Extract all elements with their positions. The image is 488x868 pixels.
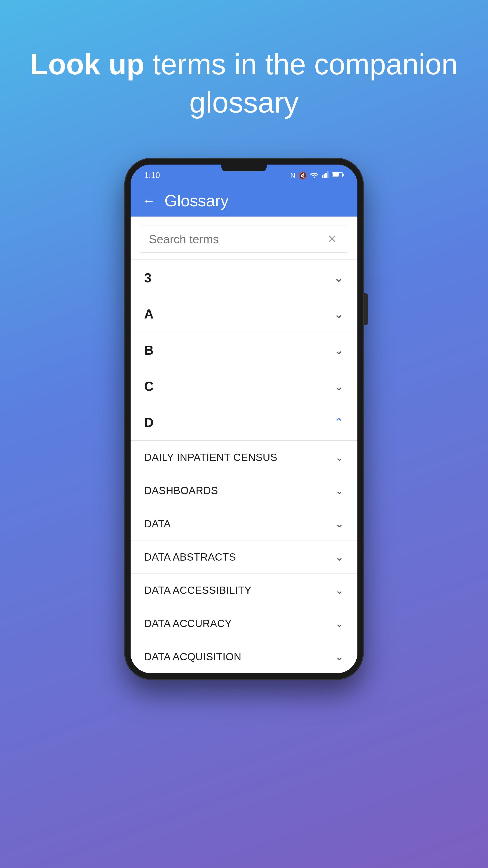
- item-label-daily-inpatient-census: DAILY INPATIENT CENSUS: [144, 451, 278, 463]
- wifi-icon: [310, 171, 319, 180]
- svg-rect-2: [324, 174, 325, 178]
- section-d-items: DAILY INPATIENT CENSUS ⌄ DASHBOARDS ⌄ DA…: [131, 440, 357, 673]
- section-header-c[interactable]: C ⌄: [131, 368, 357, 404]
- section-b: B ⌄: [131, 332, 357, 368]
- list-item[interactable]: DATA ACQUISITION ⌄: [131, 640, 357, 673]
- chevron-c: ⌄: [334, 379, 344, 393]
- headline-rest: terms in the companion glossary: [144, 48, 458, 119]
- glossary-list: 3 ⌄ A ⌄ B: [131, 259, 357, 673]
- chevron-data-accuracy: ⌄: [335, 617, 344, 629]
- item-label-data-accessibility: DATA ACCESSIBILITY: [144, 584, 252, 596]
- content-area: ✕ 3 ⌄ A ⌄: [131, 217, 357, 673]
- phone-mockup: 1:10 N 🔇: [124, 158, 364, 680]
- section-header-b[interactable]: B ⌄: [131, 332, 357, 368]
- search-container: ✕: [131, 217, 357, 259]
- list-item[interactable]: DATA ACCURACY ⌄: [131, 607, 357, 640]
- item-label-data: DATA: [144, 518, 171, 530]
- item-label-data-abstracts: DATA ABSTRACTS: [144, 551, 236, 563]
- list-item[interactable]: DASHBOARDS ⌄: [131, 474, 357, 507]
- section-header-a[interactable]: A ⌄: [131, 296, 357, 332]
- search-input[interactable]: [149, 232, 325, 246]
- section-a: A ⌄: [131, 296, 357, 332]
- phone-shell: 1:10 N 🔇: [124, 158, 364, 680]
- section-c: C ⌄: [131, 368, 357, 404]
- signal-icon: [322, 171, 329, 180]
- search-bar[interactable]: ✕: [140, 225, 348, 253]
- app-title: Glossary: [164, 191, 229, 210]
- section-letter-b: B: [144, 342, 154, 358]
- list-item[interactable]: DATA ACCESSIBILITY ⌄: [131, 574, 357, 607]
- section-letter-c: C: [144, 379, 154, 394]
- list-item[interactable]: DATA ABSTRACTS ⌄: [131, 540, 357, 574]
- chevron-d: ⌃: [334, 416, 344, 429]
- phone-screen: 1:10 N 🔇: [131, 164, 357, 673]
- headline-bold: Look up: [30, 48, 144, 81]
- mute-icon: 🔇: [298, 172, 307, 180]
- svg-rect-6: [332, 173, 339, 177]
- status-time: 1:10: [144, 170, 160, 180]
- chevron-3: ⌄: [334, 271, 344, 285]
- chevron-data-accessibility: ⌄: [335, 584, 344, 596]
- app-bar: ← Glossary: [131, 185, 357, 217]
- battery-icon: [332, 172, 344, 180]
- chevron-data-acquisition: ⌄: [335, 651, 344, 663]
- svg-rect-3: [325, 173, 327, 178]
- list-item[interactable]: DAILY INPATIENT CENSUS ⌄: [131, 440, 357, 474]
- chevron-a: ⌄: [334, 307, 344, 321]
- svg-rect-7: [343, 174, 344, 176]
- chevron-data: ⌄: [335, 518, 344, 530]
- chevron-data-abstracts: ⌄: [335, 551, 344, 563]
- item-label-dashboards: DASHBOARDS: [144, 485, 218, 497]
- chevron-daily-inpatient-census: ⌄: [335, 451, 344, 463]
- headline: Look up terms in the companion glossary: [0, 45, 488, 122]
- phone-notch: [221, 164, 267, 171]
- list-item[interactable]: DATA ⌄: [131, 507, 357, 540]
- section-d: D ⌃ DAILY INPATIENT CENSUS ⌄ DASHBOARDS …: [131, 404, 357, 673]
- svg-rect-1: [322, 176, 323, 178]
- chevron-b: ⌄: [334, 343, 344, 357]
- status-icons: N 🔇: [290, 171, 344, 180]
- svg-point-0: [314, 177, 315, 178]
- chevron-dashboards: ⌄: [335, 485, 344, 497]
- nfc-icon: N: [290, 172, 295, 179]
- section-letter-d: D: [144, 415, 154, 430]
- back-button[interactable]: ←: [142, 193, 156, 209]
- section-letter-3: 3: [144, 270, 151, 285]
- search-clear-button[interactable]: ✕: [325, 232, 339, 246]
- section-letter-a: A: [144, 306, 154, 321]
- svg-rect-4: [327, 171, 328, 178]
- section-3: 3 ⌄: [131, 259, 357, 296]
- item-label-data-acquisition: DATA ACQUISITION: [144, 651, 241, 663]
- item-label-data-accuracy: DATA ACCURACY: [144, 617, 232, 629]
- section-header-d[interactable]: D ⌃: [131, 404, 357, 440]
- section-header-3[interactable]: 3 ⌄: [131, 260, 357, 296]
